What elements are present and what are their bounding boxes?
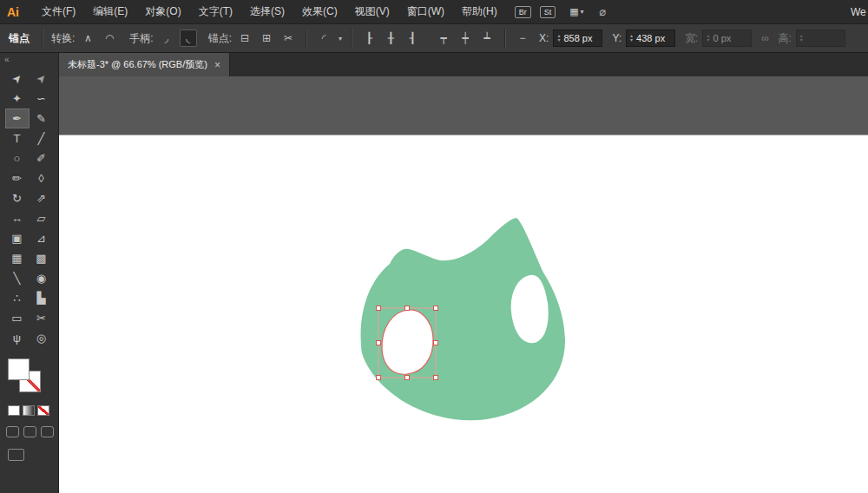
align-h-center-button[interactable]: ╂ (382, 30, 399, 47)
stroke-dash-icon[interactable]: − (514, 30, 531, 47)
gradient-button[interactable] (23, 405, 35, 416)
paintbrush-tool[interactable]: ✐ (30, 148, 54, 168)
workspace-caret-icon[interactable]: ▾ (581, 8, 584, 16)
symbol-sprayer-icon: ∴ (13, 293, 20, 304)
rotate-tool[interactable]: ↻ (5, 188, 30, 208)
selection-handle-ne[interactable] (434, 306, 438, 311)
screen-mode-button[interactable] (8, 449, 24, 461)
x-value[interactable]: 858 px (563, 33, 598, 43)
curvature-tool[interactable]: ✎ (30, 108, 54, 128)
menu-select[interactable]: 选择(S) (241, 0, 293, 23)
free-transform-tool[interactable]: ▱ (30, 208, 54, 228)
align-v-bottom-button[interactable]: ┷ (478, 30, 496, 47)
selection-handle-s[interactable] (405, 376, 410, 380)
separator (351, 29, 352, 48)
y-value[interactable]: 438 px (636, 33, 671, 43)
panel-collapse-icon[interactable]: « (0, 53, 58, 64)
add-anchor-button[interactable]: ⊞ (258, 30, 275, 47)
color-button[interactable] (8, 405, 20, 416)
gradient-tool[interactable]: ▩ (30, 248, 54, 268)
selection-handle-e[interactable] (434, 341, 438, 345)
stepper-icons[interactable]: ▴▾ (630, 34, 633, 43)
eyedropper-tool[interactable]: ╲ (5, 268, 30, 288)
type-tool[interactable]: T (5, 128, 30, 148)
menu-edit[interactable]: 编辑(E) (84, 0, 136, 23)
draw-behind-button[interactable] (23, 426, 36, 437)
scale-tool[interactable]: ⇗ (30, 188, 54, 208)
menu-file[interactable]: 文件(F) (33, 0, 84, 23)
width-field[interactable]: ▴▾ 0 px (702, 30, 752, 47)
selection-handle-nw[interactable] (377, 306, 381, 311)
hide-handles-button[interactable]: ◞ (158, 30, 175, 47)
pen-tool[interactable]: ✒ (5, 108, 30, 128)
workspace-switcher-icon[interactable]: ▦ (569, 6, 578, 17)
perspective-grid-tool[interactable]: ⊿ (30, 228, 54, 248)
align-h-right-button[interactable]: ┨ (404, 30, 421, 47)
separator (42, 29, 43, 48)
constrain-link-icon[interactable]: ∞ (756, 30, 773, 47)
hand-tool[interactable]: ψ (5, 328, 30, 348)
bridge-button[interactable]: Br (515, 6, 531, 18)
convert-smooth-button[interactable]: ◠ (101, 30, 118, 47)
magic-wand-tool[interactable]: ✦ (5, 89, 30, 108)
scale-icon: ⇗ (36, 193, 46, 204)
slice-tool[interactable]: ✂ (30, 308, 54, 328)
line-tool[interactable]: ╱ (30, 128, 54, 148)
direct-selection-tool[interactable]: ➤ (30, 69, 54, 89)
workspace-name-cut[interactable]: We (851, 6, 868, 18)
show-handles-button[interactable]: ◟ (180, 30, 197, 47)
tab-close-icon[interactable]: × (214, 59, 220, 71)
menu-view[interactable]: 视图(V) (346, 0, 398, 23)
selection-handle-se[interactable] (434, 376, 438, 380)
symbol-sprayer-tool[interactable]: ∴ (5, 288, 30, 308)
align-v-top-button[interactable]: ┯ (435, 30, 452, 47)
selection-handle-n[interactable] (405, 306, 410, 311)
lasso-tool[interactable]: ∽ (30, 89, 54, 108)
blend-tool[interactable]: ◉ (30, 268, 54, 288)
align-v-middle-button[interactable]: ┿ (457, 30, 474, 47)
draw-inside-button[interactable] (41, 426, 54, 437)
shaper-icon: ✏ (12, 173, 22, 184)
menu-help[interactable]: 帮助(H) (453, 0, 506, 23)
corner-widget-caret-icon[interactable]: ▾ (339, 35, 342, 43)
gpu-performance-icon[interactable]: ⌀ (600, 5, 607, 18)
remove-anchor-button[interactable]: ⊟ (236, 30, 253, 47)
hand-icon: ψ (13, 332, 21, 344)
shape-builder-tool[interactable]: ▣ (5, 228, 30, 248)
curvature-icon: ✎ (36, 113, 46, 124)
cut-path-button[interactable]: ✂ (279, 30, 297, 47)
mesh-icon: ▦ (11, 253, 22, 264)
none-button[interactable] (37, 405, 49, 416)
menu-window[interactable]: 窗口(W) (398, 0, 453, 23)
mesh-tool[interactable]: ▦ (5, 248, 30, 268)
y-field[interactable]: ▴▾ 438 px (626, 30, 675, 47)
selection-handle-w[interactable] (377, 341, 381, 345)
ellipse-tool[interactable]: ○ (5, 148, 30, 168)
document-tab[interactable]: 未标题-3* @ 66.67% (RGB/预览) × (59, 53, 230, 76)
corner-widget-button[interactable]: ◜ (315, 30, 332, 47)
canvas[interactable] (59, 76, 868, 493)
eraser-tool[interactable]: ◊ (30, 168, 54, 188)
menu-type[interactable]: 文字(T) (190, 0, 241, 23)
selection-tool[interactable]: ➤ (5, 69, 30, 89)
menu-effect[interactable]: 效果(C) (293, 0, 346, 23)
column-graph-icon: ▙ (37, 293, 46, 304)
x-field[interactable]: ▴▾ 858 px (553, 30, 602, 47)
shaper-tool[interactable]: ✏ (5, 168, 30, 188)
stock-button[interactable]: St (540, 6, 556, 18)
align-h-left-button[interactable]: ┠ (360, 30, 378, 47)
column-graph-tool[interactable]: ▙ (30, 288, 54, 308)
type-icon: T (14, 133, 21, 144)
width-tool[interactable]: ↔ (5, 208, 30, 228)
artboard-tool[interactable]: ▭ (5, 308, 30, 328)
draw-normal-button[interactable] (6, 426, 19, 437)
convert-corner-button[interactable]: ∧ (79, 30, 96, 47)
selection-handle-sw[interactable] (377, 376, 381, 380)
width-value[interactable]: 0 px (713, 33, 747, 43)
height-field[interactable]: ▴▾ (796, 30, 845, 47)
fill-swatch[interactable] (8, 358, 30, 380)
zoom-tool[interactable]: ◎ (30, 328, 54, 348)
menu-object[interactable]: 对象(O) (136, 0, 189, 23)
gradient-icon: ▩ (36, 253, 46, 264)
stepper-icons[interactable]: ▴▾ (557, 34, 560, 43)
